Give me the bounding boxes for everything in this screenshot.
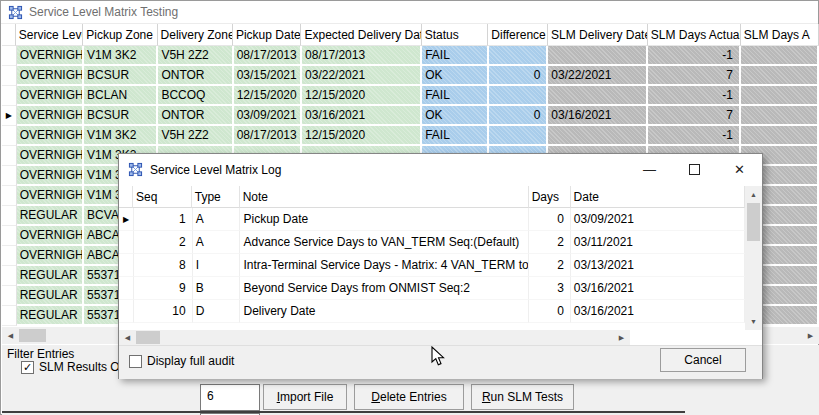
grid-cell[interactable]: 0	[489, 66, 549, 86]
dialog-vscrollbar[interactable]: ▲ ▼	[745, 186, 762, 330]
column-header[interactable]: Seq	[133, 186, 192, 208]
delete-entries-button[interactable]: Delete Entries	[354, 384, 464, 410]
scroll-down-icon[interactable]: ▼	[745, 313, 762, 330]
grid-cell[interactable]: OVERNIGHT	[17, 166, 84, 186]
slm-results-ok-checkbox[interactable]: ✓ SLM Results OK	[21, 360, 128, 374]
grid-cell[interactable]: V1M 3K2	[84, 126, 158, 146]
column-header[interactable]: Pickup Date	[233, 24, 302, 46]
grid-cell[interactable]: 03/11/2021	[571, 231, 745, 254]
grid-cell[interactable]: OVERNIGHT	[17, 146, 84, 166]
grid-cell[interactable]: 7	[648, 106, 741, 126]
maximize-icon[interactable]	[672, 154, 717, 184]
grid-cell[interactable]: Intra-Terminal Service Days - Matrix: 4 …	[240, 254, 529, 277]
column-header[interactable]: Delivery Zone	[158, 24, 233, 46]
scroll-left-icon[interactable]: ◀	[2, 328, 19, 343]
cancel-button[interactable]: Cancel	[660, 348, 746, 372]
import-file-button[interactable]: Import File	[263, 384, 347, 410]
scrollbar-thumb[interactable]	[747, 203, 760, 241]
grid-cell[interactable]: 1	[134, 208, 193, 231]
column-header[interactable]: Expected Delivery Date	[301, 24, 421, 46]
grid-cell[interactable]: OVERNIGHT	[17, 66, 84, 86]
grid-cell[interactable]: FAIL	[422, 86, 488, 106]
checkbox-checked-icon[interactable]: ✓	[21, 361, 34, 374]
grid-cell[interactable]	[741, 106, 819, 126]
grid-cell[interactable]	[548, 86, 648, 106]
scroll-right-icon[interactable]: ▶	[802, 328, 819, 343]
grid-cell[interactable]: OVERNIGHT	[17, 226, 84, 246]
row-selector[interactable]	[2, 46, 17, 66]
dialog-hscrollbar[interactable]: ◀ ▶	[119, 330, 630, 345]
grid-cell[interactable]: 2	[529, 231, 571, 254]
grid-cell[interactable]	[548, 46, 648, 66]
scrollbar-thumb[interactable]	[19, 329, 46, 342]
grid-cell[interactable]: 08/17/2013	[302, 46, 422, 66]
grid-cell[interactable]: FAIL	[422, 126, 488, 146]
grid-cell[interactable]: 0	[529, 208, 571, 231]
grid-cell[interactable]: ONTOR	[158, 106, 233, 126]
current-row-marker[interactable]: ▶	[2, 106, 17, 126]
grid-cell[interactable]: I	[193, 254, 241, 277]
close-icon[interactable]: ✕	[717, 154, 762, 184]
grid-cell[interactable]: 0	[489, 106, 549, 126]
row-selector[interactable]	[2, 226, 17, 246]
grid-cell[interactable]: 03/22/2021	[302, 66, 422, 86]
grid-cell[interactable]: V5H 2Z2	[158, 126, 233, 146]
column-header[interactable]: SLM Days Actual	[648, 24, 741, 46]
grid-cell[interactable]: OVERNIGHT	[17, 86, 84, 106]
grid-cell[interactable]: OK	[422, 106, 488, 126]
grid-cell[interactable]: REGULAR	[17, 206, 84, 226]
grid-cell[interactable]: BCSUR	[84, 66, 158, 86]
grid-cell[interactable]: 03/16/2021	[302, 106, 422, 126]
scroll-up-icon[interactable]: ▲	[745, 186, 762, 203]
grid-cell[interactable]: Beyond Service Days from ONMIST Seq:2	[240, 277, 529, 300]
column-header[interactable]: SLM Delivery Date	[548, 24, 648, 46]
column-header[interactable]: Difference	[488, 24, 548, 46]
grid-cell[interactable]: 03/15/2021	[234, 66, 302, 86]
grid-cell[interactable]: 9	[134, 277, 193, 300]
row-selector[interactable]	[2, 306, 17, 326]
row-selector[interactable]	[119, 231, 134, 254]
grid-cell[interactable]: OVERNIGHT	[17, 46, 84, 66]
grid-cell[interactable]: 2	[134, 231, 193, 254]
row-selector[interactable]	[2, 206, 17, 226]
grid-cell[interactable]: BCSUR	[84, 106, 158, 126]
grid-cell[interactable]	[548, 126, 648, 146]
grid-cell[interactable]: B	[193, 277, 241, 300]
grid-cell[interactable]: 12/15/2020	[302, 126, 422, 146]
row-selector[interactable]	[2, 246, 17, 266]
grid-cell[interactable]: BCCOQ	[158, 86, 233, 106]
grid-cell[interactable]	[489, 86, 549, 106]
grid-cell[interactable]	[741, 46, 819, 66]
grid-cell[interactable]: 08/17/2013	[234, 46, 302, 66]
grid-cell[interactable]: OVERNIGHT	[17, 106, 84, 126]
grid-cell[interactable]: 03/13/2021	[571, 254, 745, 277]
scroll-right-icon[interactable]: ▶	[613, 330, 630, 345]
grid-cell[interactable]: -1	[648, 46, 741, 66]
grid-cell[interactable]: A	[193, 208, 241, 231]
grid-cell[interactable]: 03/09/2021	[571, 208, 745, 231]
row-selector[interactable]	[2, 86, 17, 106]
grid-cell[interactable]	[741, 86, 819, 106]
grid-cell[interactable]: 03/16/2021	[571, 300, 745, 323]
grid-cell[interactable]	[741, 126, 819, 146]
display-full-audit-checkbox[interactable]: Display full audit	[129, 354, 234, 368]
grid-cell[interactable]: V1M 3K2	[84, 46, 158, 66]
row-selector[interactable]	[119, 277, 134, 300]
row-selector[interactable]	[2, 166, 17, 186]
grid-cell[interactable]: OVERNIGHT	[17, 126, 84, 146]
grid-cell[interactable]: 2	[529, 254, 571, 277]
column-header[interactable]: Days	[529, 186, 571, 208]
grid-cell[interactable]: FAIL	[422, 46, 488, 66]
grid-cell[interactable]: 03/09/2021	[234, 106, 302, 126]
grid-cell[interactable]: ONTOR	[158, 66, 233, 86]
column-header[interactable]: Type	[192, 186, 240, 208]
grid-cell[interactable]: A	[193, 231, 241, 254]
grid-cell[interactable]: 3	[529, 277, 571, 300]
grid-cell[interactable]: OVERNIGHT	[17, 186, 84, 206]
grid-cell[interactable]: 03/16/2021	[571, 277, 745, 300]
column-header[interactable]: Status	[422, 24, 489, 46]
grid-cell[interactable]: 03/22/2021	[548, 66, 648, 86]
scroll-left-icon[interactable]: ◀	[119, 330, 136, 345]
grid-cell[interactable]: 12/15/2020	[302, 86, 422, 106]
current-row-marker[interactable]: ▶	[119, 208, 134, 231]
